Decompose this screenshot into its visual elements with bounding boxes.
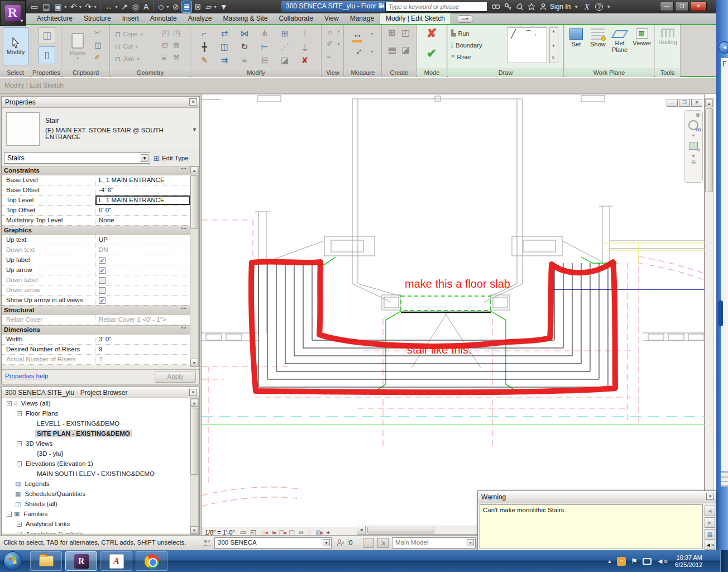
taskbar-adobe-button[interactable]: A <box>100 551 132 571</box>
scrollbar-thumb[interactable] <box>190 175 198 229</box>
panel-label-measure[interactable]: Measure <box>344 68 381 77</box>
join-end-icon[interactable]: ≡ <box>234 54 255 68</box>
tree-item[interactable]: −Elevations (Elevation 1) <box>2 459 190 469</box>
chevron-down-icon[interactable]: ▼ <box>606 4 611 9</box>
project-browser-title[interactable]: 300 SENECA SITE_ylu - Project Browser ✕ <box>2 387 199 398</box>
create-parts-icon[interactable]: ◪ <box>401 45 410 54</box>
tab-architecture[interactable]: Architecture <box>31 13 78 24</box>
collapse-icon[interactable]: − <box>17 411 22 416</box>
tab-annotate[interactable]: Annotate <box>145 13 183 24</box>
steering-wheel-icon[interactable] <box>688 120 698 130</box>
scrollbar-thumb[interactable] <box>705 108 713 192</box>
chevron-down-icon[interactable]: ▼ <box>323 539 330 546</box>
section-header-graphics[interactable]: Graphics⌃⌃ <box>2 226 190 235</box>
panel-label-properties[interactable]: Properties <box>32 68 61 77</box>
extend-icon[interactable]: ⇉ <box>214 54 234 68</box>
edit-type-button[interactable]: ⊞ Edit Type <box>154 152 198 164</box>
active-workset-combo[interactable]: 300 SENECA ▼ <box>214 537 332 549</box>
worksets-icon[interactable] <box>202 538 212 549</box>
key-icon[interactable] <box>504 3 512 11</box>
volume-icon[interactable]: ◄» <box>657 557 668 565</box>
tag-icon[interactable]: ◎ <box>131 1 141 12</box>
properties-scrollbar[interactable]: ▲ ▼ <box>190 166 199 367</box>
collapse-icon[interactable]: − <box>17 441 22 446</box>
array-icon[interactable]: ⊞ <box>275 27 295 41</box>
riser-button[interactable]: ≡Riser <box>451 51 482 63</box>
finish-sketch-icon[interactable]: ✔ <box>427 46 437 61</box>
tree-item[interactable]: +Analytical Links <box>2 519 190 529</box>
tree-item[interactable]: ▦Schedules/Quantities <box>2 489 190 499</box>
scroll-up-icon[interactable]: ▲ <box>190 166 198 174</box>
panel-label-modify[interactable]: Modify <box>191 68 321 77</box>
trim-icon[interactable]: ⊢ <box>255 41 275 54</box>
demolish-hammer-icon[interactable]: ⚒ <box>173 53 180 61</box>
tree-item-label[interactable]: {3D - ylu} <box>35 450 65 457</box>
section-header-structural[interactable]: Structural⌃⌃ <box>2 306 190 315</box>
apply-coping-icon[interactable]: ◳ <box>173 28 180 37</box>
clock[interactable]: 10:37 AM 6/25/2012 <box>675 554 702 569</box>
properties-palette-icon[interactable]: ▯ <box>39 46 55 64</box>
property-value[interactable] <box>95 285 190 295</box>
title-expand-icon[interactable]: ▶ <box>380 3 385 9</box>
communication-center-icon[interactable] <box>516 3 524 11</box>
aligned-dimension-icon[interactable]: ↔ <box>351 44 365 58</box>
close-hidden-windows-icon[interactable]: ⊠ <box>193 1 203 12</box>
chevron-down-icon[interactable]: ▼ <box>574 4 578 9</box>
property-value[interactable] <box>95 275 190 285</box>
tree-item[interactable]: LEVEL1 - EXISTING&DEMO <box>2 418 190 428</box>
property-value[interactable]: 3' 0" <box>95 335 190 344</box>
create-similar-icon[interactable]: ◰ <box>401 28 410 37</box>
ref-plane-button[interactable]: Ref Plane <box>609 28 630 53</box>
panel-label-view[interactable]: View <box>322 68 343 77</box>
split-icon[interactable]: ⋔ <box>255 27 275 41</box>
show-hidden-icons-icon[interactable]: ▲ <box>607 559 612 564</box>
align-icon[interactable]: ⌐ <box>194 27 214 41</box>
tab-insert[interactable]: Insert <box>117 13 145 24</box>
tab-collaborate[interactable]: Collaborate <box>274 13 319 24</box>
offset-icon[interactable]: ⇄ <box>214 27 234 41</box>
properties-palette-title[interactable]: Properties ✕ <box>2 97 199 108</box>
apply-button[interactable]: Apply <box>155 371 196 383</box>
collapse-icon[interactable]: − <box>7 512 12 517</box>
checkbox[interactable]: ✓ <box>99 267 106 274</box>
property-value[interactable]: L_1 MAIN ENTRANCE <box>95 175 190 185</box>
status-button-2[interactable]: ⇲ <box>377 538 389 548</box>
vertical-scrollbar[interactable]: ▲ ▼ <box>705 98 714 524</box>
browser-scrollbar[interactable]: ▲ ▼ <box>190 398 199 535</box>
property-value[interactable]: UP <box>95 235 190 245</box>
set-work-plane-button[interactable]: Set <box>566 28 587 47</box>
close-button[interactable]: ✕ <box>690 2 707 11</box>
delete-icon[interactable]: ✘ <box>295 54 315 68</box>
tree-item[interactable]: −▣Families <box>2 509 190 519</box>
panel-label-create[interactable]: Create <box>382 68 416 77</box>
collapse-icon[interactable]: ⌃⌃ <box>180 307 186 313</box>
tree-item[interactable]: ▤Legends <box>2 479 190 489</box>
navbar-close-icon[interactable]: ⊗ <box>684 111 702 118</box>
property-value[interactable]: 7 <box>95 355 190 364</box>
aligned-dimension-icon[interactable]: ↗ <box>119 1 130 12</box>
paste-button[interactable]: Paste ▼ <box>66 28 89 65</box>
view-minimize-button[interactable]: — <box>667 99 678 107</box>
tree-item-label[interactable]: Legends <box>23 480 51 488</box>
network-icon[interactable] <box>643 558 652 565</box>
modify-button[interactable]: Modify <box>3 27 28 65</box>
properties-help-link[interactable]: Properties help <box>5 373 48 379</box>
tree-item-label[interactable]: SITE PLAN - EXISTING&DEMO <box>35 430 132 437</box>
flag-icon[interactable]: ⚑ <box>631 557 638 565</box>
taskbar-revit-button[interactable]: R <box>65 551 97 571</box>
boundary-button[interactable]: ⌊Boundary <box>451 39 482 51</box>
speaker-icon[interactable]: ◄» <box>705 541 715 550</box>
tab-analyze[interactable]: Analyze <box>183 13 218 24</box>
navbar-collapse-icon[interactable]: ⊖ <box>684 159 702 165</box>
design-option-combo[interactable]: Main Model ▼ <box>392 537 476 549</box>
tree-item-label[interactable]: LEVEL1 - EXISTING&DEMO <box>35 420 121 427</box>
scroll-down-icon[interactable]: ▼ <box>190 526 198 534</box>
property-value[interactable]: ✓ <box>95 255 190 265</box>
chevron-down-icon[interactable]: ▼ <box>78 5 82 9</box>
scroll-expand-icon[interactable]: ⊽ <box>552 56 554 60</box>
scroll-down-icon[interactable]: ▼ <box>552 44 555 47</box>
tree-item[interactable]: {3D - ylu} <box>2 449 190 459</box>
checkbox[interactable]: ✓ <box>99 257 106 264</box>
rotate-icon[interactable]: ↻ <box>234 41 255 54</box>
tree-item-label[interactable]: Elevations (Elevation 1) <box>24 460 95 468</box>
